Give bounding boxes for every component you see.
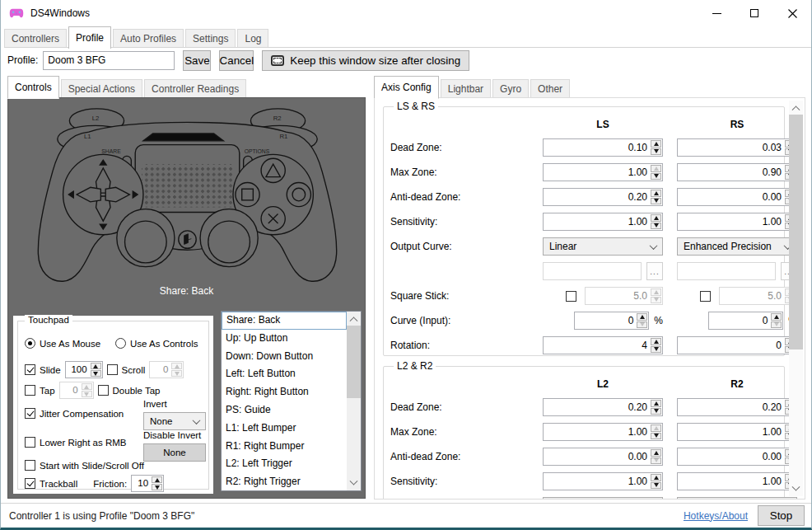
ls-anti-dead-zone-spinner[interactable]: 0.20	[543, 188, 663, 206]
keep-window-size-button[interactable]: Keep this window size after closing	[262, 50, 469, 71]
list-item[interactable]: Up: Up Button	[222, 330, 347, 348]
rs-max-zone-value[interactable]: 0.90	[678, 164, 784, 181]
ls-curve-input-value[interactable]: 0	[575, 312, 636, 329]
ls-square-stick-spinner[interactable]: 5.0	[585, 287, 663, 305]
list-item[interactable]: Share: Back	[222, 312, 347, 330]
rs-sensitivity-value[interactable]: 1.00	[678, 213, 784, 230]
list-item[interactable]: L1: Left Bumper	[222, 420, 347, 438]
checkbox-icon[interactable]	[25, 408, 35, 419]
ls-square-stick-checkbox[interactable]	[566, 291, 576, 302]
list-item[interactable]: R2: Right Trigger	[222, 473, 347, 490]
trackball-checkbox[interactable]	[25, 478, 35, 489]
spin-up-icon[interactable]	[651, 165, 661, 172]
spin-up-icon[interactable]	[82, 383, 92, 390]
ls-browse-button[interactable]: ...	[646, 262, 663, 280]
tab-auto-profiles[interactable]: Auto Profiles	[113, 29, 184, 48]
spin-down-icon[interactable]	[651, 433, 661, 440]
ls-sensitivity-spinner[interactable]: 1.00	[543, 213, 663, 231]
l2-anti-dead-zone-spinner[interactable]: 0.00	[543, 448, 663, 466]
checkbox-icon[interactable]	[25, 437, 35, 448]
maximize-button[interactable]	[735, 0, 773, 26]
list-item[interactable]: Down: Down Button	[222, 348, 347, 366]
spin-down-icon[interactable]	[651, 297, 661, 304]
slide-checkbox[interactable]: Slide 100 Scroll 0	[25, 361, 184, 378]
spin-down-icon[interactable]	[651, 173, 661, 181]
rs-rotation-value[interactable]: 0	[678, 337, 784, 354]
mapping-list-scrollbar[interactable]	[347, 312, 361, 490]
tab-profile[interactable]: Profile	[68, 26, 111, 49]
l2-output-curve-dropdown[interactable]	[543, 497, 663, 500]
spin-up-icon[interactable]	[152, 476, 162, 483]
friction-spinner[interactable]: 10	[131, 475, 164, 492]
tab-settings[interactable]: Settings	[185, 29, 236, 48]
r2-dead-zone-spinner[interactable]: 0.20	[677, 398, 797, 416]
rs-rotation-spinner[interactable]: 0	[677, 336, 797, 354]
l2-sensitivity-value[interactable]: 1.00	[544, 473, 650, 490]
spin-down-icon[interactable]	[651, 148, 661, 156]
scrollbar-thumb[interactable]	[789, 115, 803, 349]
slide-sensitivity-spinner[interactable]: 100	[65, 361, 103, 378]
rs-square-stick-value[interactable]: 5.0	[720, 288, 784, 304]
ls-max-zone-spinner[interactable]: 1.00	[543, 163, 663, 181]
r2-sensitivity-spinner[interactable]: 1.00	[677, 472, 797, 490]
rs-square-stick-checkbox[interactable]	[700, 291, 711, 302]
scroll-down-button[interactable]	[789, 482, 803, 496]
tab-lightbar[interactable]: Lightbar	[441, 79, 491, 98]
tap-sensitivity-spinner[interactable]: 0	[59, 382, 94, 399]
l2-dead-zone-spinner[interactable]: 0.20	[543, 398, 663, 416]
tab-other[interactable]: Other	[530, 79, 570, 98]
radio-icon[interactable]	[25, 338, 35, 349]
tab-axis-config[interactable]: Axis Config	[374, 76, 439, 99]
scroll-sensitivity-spinner[interactable]: 0	[149, 361, 184, 378]
double-tap-checkbox[interactable]	[98, 385, 109, 396]
ls-square-stick-value[interactable]: 5.0	[586, 288, 650, 304]
r2-sensitivity-value[interactable]: 1.00	[678, 473, 784, 490]
tab-controllers[interactable]: Controllers	[4, 29, 67, 48]
use-as-controls-radio[interactable]: Use As Controls	[115, 338, 198, 349]
list-item[interactable]: Right: Right Button	[222, 383, 347, 401]
radio-icon[interactable]	[115, 338, 126, 349]
r2-output-curve-dropdown[interactable]	[677, 497, 797, 500]
ds4-controller-diagram[interactable]: L2 L1 R2 R1 SHARE OPTIONS	[12, 105, 362, 288]
tab-special-actions[interactable]: Special Actions	[61, 79, 142, 98]
rs-dead-zone-spinner[interactable]: 0.03	[677, 138, 797, 157]
spin-up-icon[interactable]	[651, 449, 661, 457]
left-stick[interactable]	[125, 221, 167, 263]
circle-button[interactable]	[287, 182, 310, 206]
ls-output-curve-dropdown[interactable]: Linear	[543, 237, 663, 256]
spin-up-icon[interactable]	[651, 400, 661, 407]
spin-up-icon[interactable]	[91, 363, 101, 369]
spin-down-icon[interactable]	[651, 346, 661, 354]
r2-anti-dead-zone-value[interactable]: 0.00	[678, 448, 784, 465]
spin-up-icon[interactable]	[637, 313, 647, 321]
ls-curve-input-spinner[interactable]: 0	[574, 312, 649, 330]
checkbox-icon[interactable]	[25, 385, 35, 396]
rs-anti-dead-zone-spinner[interactable]: 0.00	[677, 188, 797, 206]
save-button[interactable]: Save	[183, 50, 211, 71]
axis-panel-scrollbar[interactable]	[789, 101, 803, 496]
checkbox-icon[interactable]	[25, 364, 35, 375]
cancel-button[interactable]: Cancel	[219, 50, 254, 71]
tab-controller-readings[interactable]: Controller Readings	[144, 79, 246, 98]
checkbox-icon[interactable]	[25, 460, 35, 471]
list-item[interactable]: R1: Right Bumper	[222, 438, 347, 456]
spin-down-icon[interactable]	[651, 198, 661, 205]
ls-custom-curve-input[interactable]	[543, 262, 642, 280]
rs-sensitivity-spinner[interactable]: 1.00	[677, 213, 797, 231]
r2-max-zone-spinner[interactable]: 1.00	[677, 423, 797, 441]
spin-up-icon[interactable]	[651, 190, 661, 197]
rs-curve-input-value[interactable]: 0	[709, 312, 770, 329]
ls-max-zone-value[interactable]: 1.00	[544, 164, 650, 181]
scroll-checkbox[interactable]	[107, 364, 118, 375]
spin-up-icon[interactable]	[771, 313, 782, 321]
tap-checkbox[interactable]: Tap 0 Double Tap	[25, 382, 161, 399]
l2-dead-zone-value[interactable]: 0.20	[544, 399, 650, 415]
minimize-button[interactable]	[698, 0, 735, 26]
spin-down-icon[interactable]	[91, 370, 101, 377]
spin-down-icon[interactable]	[651, 408, 661, 415]
ls-sensitivity-value[interactable]: 1.00	[544, 213, 650, 230]
ls-dead-zone-value[interactable]: 0.10	[544, 139, 650, 156]
spin-up-icon[interactable]	[171, 363, 182, 369]
spin-down-icon[interactable]	[82, 391, 92, 397]
rs-custom-curve-input[interactable]	[677, 262, 776, 280]
